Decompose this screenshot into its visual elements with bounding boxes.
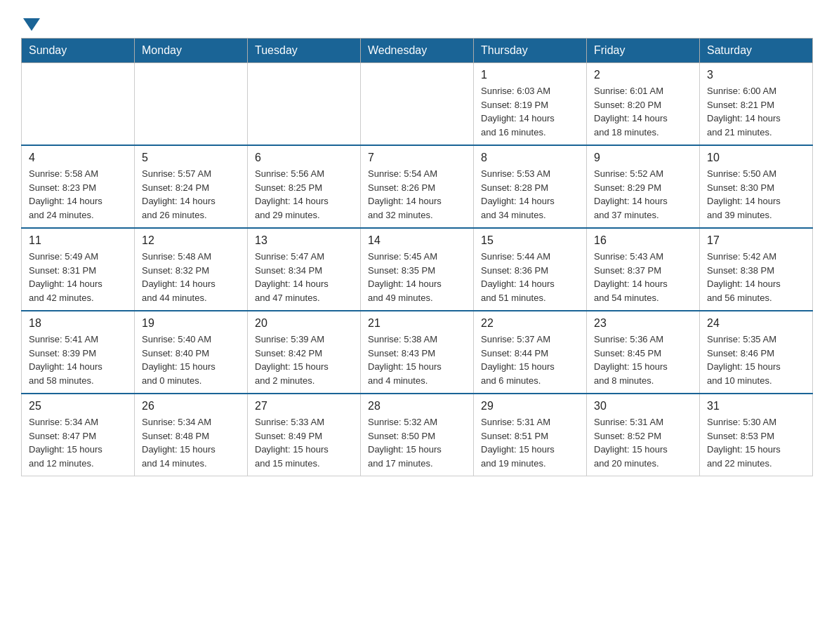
day-number: 14 [368,234,466,247]
day-number: 21 [368,317,466,330]
day-info: Sunrise: 5:31 AMSunset: 8:52 PMDaylight:… [594,415,692,470]
day-of-week-header: Wednesday [361,39,474,63]
calendar-cell: 6Sunrise: 5:56 AMSunset: 8:25 PMDaylight… [248,145,361,228]
calendar-cell: 13Sunrise: 5:47 AMSunset: 8:34 PMDayligh… [248,228,361,311]
calendar-week-row: 25Sunrise: 5:34 AMSunset: 8:47 PMDayligh… [22,394,813,476]
calendar-cell [22,63,135,146]
day-info: Sunrise: 5:58 AMSunset: 8:23 PMDaylight:… [29,167,127,222]
calendar-cell: 17Sunrise: 5:42 AMSunset: 8:38 PMDayligh… [700,228,813,311]
calendar-cell: 25Sunrise: 5:34 AMSunset: 8:47 PMDayligh… [22,394,135,476]
day-number: 3 [707,69,805,81]
calendar-cell: 5Sunrise: 5:57 AMSunset: 8:24 PMDaylight… [135,145,248,228]
day-info: Sunrise: 5:32 AMSunset: 8:50 PMDaylight:… [368,415,466,470]
calendar-cell: 3Sunrise: 6:00 AMSunset: 8:21 PMDaylight… [700,63,813,146]
day-info: Sunrise: 5:36 AMSunset: 8:45 PMDaylight:… [594,333,692,387]
calendar-cell: 28Sunrise: 5:32 AMSunset: 8:50 PMDayligh… [361,394,474,476]
day-info: Sunrise: 5:45 AMSunset: 8:35 PMDaylight:… [368,250,466,304]
day-info: Sunrise: 5:57 AMSunset: 8:24 PMDaylight:… [142,167,240,222]
logo-arrow-icon [23,18,40,31]
calendar-cell: 16Sunrise: 5:43 AMSunset: 8:37 PMDayligh… [587,228,700,311]
calendar-cell: 29Sunrise: 5:31 AMSunset: 8:51 PMDayligh… [474,394,587,476]
calendar-cell: 15Sunrise: 5:44 AMSunset: 8:36 PMDayligh… [474,228,587,311]
calendar-cell: 26Sunrise: 5:34 AMSunset: 8:48 PMDayligh… [135,394,248,476]
day-number: 4 [29,152,127,164]
day-info: Sunrise: 5:42 AMSunset: 8:38 PMDaylight:… [707,250,805,304]
calendar-cell: 24Sunrise: 5:35 AMSunset: 8:46 PMDayligh… [700,311,813,394]
day-info: Sunrise: 5:40 AMSunset: 8:40 PMDaylight:… [142,333,240,387]
day-info: Sunrise: 5:50 AMSunset: 8:30 PMDaylight:… [707,167,805,222]
day-number: 2 [594,69,692,81]
day-info: Sunrise: 5:52 AMSunset: 8:29 PMDaylight:… [594,167,692,222]
day-of-week-header: Friday [587,39,700,63]
logo [21,14,40,31]
day-info: Sunrise: 5:35 AMSunset: 8:46 PMDaylight:… [707,333,805,387]
calendar-cell: 1Sunrise: 6:03 AMSunset: 8:19 PMDaylight… [474,63,587,146]
calendar-week-row: 4Sunrise: 5:58 AMSunset: 8:23 PMDaylight… [22,145,813,228]
day-info: Sunrise: 6:01 AMSunset: 8:20 PMDaylight:… [594,84,692,139]
day-info: Sunrise: 5:48 AMSunset: 8:32 PMDaylight:… [142,250,240,304]
day-info: Sunrise: 5:43 AMSunset: 8:37 PMDaylight:… [594,250,692,304]
day-of-week-header: Monday [135,39,248,63]
day-of-week-header: Sunday [22,39,135,63]
calendar-header-row: SundayMondayTuesdayWednesdayThursdayFrid… [22,39,813,63]
day-number: 1 [481,69,579,81]
day-number: 25 [29,400,127,412]
day-number: 27 [255,400,353,412]
day-info: Sunrise: 5:33 AMSunset: 8:49 PMDaylight:… [255,415,353,470]
day-number: 26 [142,400,240,412]
calendar-cell: 12Sunrise: 5:48 AMSunset: 8:32 PMDayligh… [135,228,248,311]
calendar-cell: 8Sunrise: 5:53 AMSunset: 8:28 PMDaylight… [474,145,587,228]
day-info: Sunrise: 5:44 AMSunset: 8:36 PMDaylight:… [481,250,579,304]
calendar-week-row: 11Sunrise: 5:49 AMSunset: 8:31 PMDayligh… [22,228,813,311]
day-info: Sunrise: 6:00 AMSunset: 8:21 PMDaylight:… [707,84,805,139]
day-number: 12 [142,234,240,247]
day-info: Sunrise: 5:54 AMSunset: 8:26 PMDaylight:… [368,167,466,222]
page-header [21,14,813,31]
calendar-cell: 14Sunrise: 5:45 AMSunset: 8:35 PMDayligh… [361,228,474,311]
day-number: 29 [481,400,579,412]
calendar-week-row: 18Sunrise: 5:41 AMSunset: 8:39 PMDayligh… [22,311,813,394]
day-info: Sunrise: 5:38 AMSunset: 8:43 PMDaylight:… [368,333,466,387]
calendar-cell [135,63,248,146]
day-info: Sunrise: 5:56 AMSunset: 8:25 PMDaylight:… [255,167,353,222]
day-number: 30 [594,400,692,412]
calendar-cell: 22Sunrise: 5:37 AMSunset: 8:44 PMDayligh… [474,311,587,394]
calendar-week-row: 1Sunrise: 6:03 AMSunset: 8:19 PMDaylight… [22,63,813,146]
day-info: Sunrise: 5:30 AMSunset: 8:53 PMDaylight:… [707,415,805,470]
day-number: 28 [368,400,466,412]
calendar-table: SundayMondayTuesdayWednesdayThursdayFrid… [21,38,813,476]
day-info: Sunrise: 5:47 AMSunset: 8:34 PMDaylight:… [255,250,353,304]
calendar-cell: 4Sunrise: 5:58 AMSunset: 8:23 PMDaylight… [22,145,135,228]
calendar-cell [248,63,361,146]
day-info: Sunrise: 5:31 AMSunset: 8:51 PMDaylight:… [481,415,579,470]
calendar-cell: 27Sunrise: 5:33 AMSunset: 8:49 PMDayligh… [248,394,361,476]
calendar-cell: 20Sunrise: 5:39 AMSunset: 8:42 PMDayligh… [248,311,361,394]
day-info: Sunrise: 5:39 AMSunset: 8:42 PMDaylight:… [255,333,353,387]
day-info: Sunrise: 5:53 AMSunset: 8:28 PMDaylight:… [481,167,579,222]
day-info: Sunrise: 6:03 AMSunset: 8:19 PMDaylight:… [481,84,579,139]
day-number: 18 [29,317,127,330]
calendar-cell: 18Sunrise: 5:41 AMSunset: 8:39 PMDayligh… [22,311,135,394]
day-number: 6 [255,152,353,164]
calendar-cell: 30Sunrise: 5:31 AMSunset: 8:52 PMDayligh… [587,394,700,476]
day-number: 16 [594,234,692,247]
calendar-cell: 9Sunrise: 5:52 AMSunset: 8:29 PMDaylight… [587,145,700,228]
calendar-cell: 11Sunrise: 5:49 AMSunset: 8:31 PMDayligh… [22,228,135,311]
day-of-week-header: Thursday [474,39,587,63]
day-info: Sunrise: 5:34 AMSunset: 8:48 PMDaylight:… [142,415,240,470]
day-number: 5 [142,152,240,164]
day-number: 17 [707,234,805,247]
day-number: 19 [142,317,240,330]
day-info: Sunrise: 5:34 AMSunset: 8:47 PMDaylight:… [29,415,127,470]
calendar-cell: 19Sunrise: 5:40 AMSunset: 8:40 PMDayligh… [135,311,248,394]
day-number: 22 [481,317,579,330]
calendar-cell: 21Sunrise: 5:38 AMSunset: 8:43 PMDayligh… [361,311,474,394]
day-number: 24 [707,317,805,330]
day-info: Sunrise: 5:49 AMSunset: 8:31 PMDaylight:… [29,250,127,304]
day-number: 15 [481,234,579,247]
calendar-cell [361,63,474,146]
day-number: 9 [594,152,692,164]
day-info: Sunrise: 5:37 AMSunset: 8:44 PMDaylight:… [481,333,579,387]
day-number: 11 [29,234,127,247]
calendar-cell: 10Sunrise: 5:50 AMSunset: 8:30 PMDayligh… [700,145,813,228]
